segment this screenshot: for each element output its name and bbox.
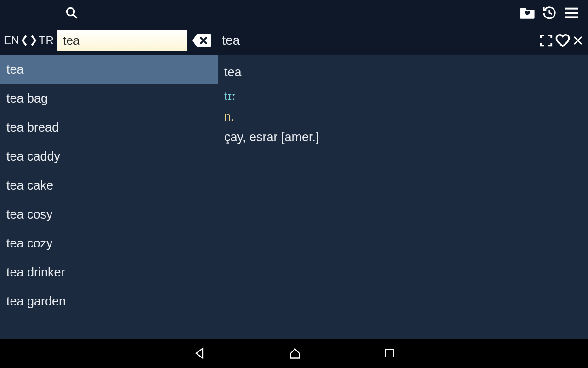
entry-word: tea — [224, 63, 582, 81]
suggestion-list[interactable]: teatea bagtea breadtea caddytea caketea … — [0, 55, 218, 339]
list-item[interactable]: tea bread — [0, 113, 218, 142]
list-item[interactable]: tea cozy — [0, 229, 218, 258]
nav-home-button[interactable] — [288, 347, 301, 360]
search-input[interactable] — [57, 30, 187, 51]
list-item[interactable]: tea garden — [0, 287, 218, 316]
entry-pronunciation: tɪː — [224, 88, 582, 105]
nav-back-button[interactable] — [193, 347, 206, 360]
entry-part-of-speech: n. — [224, 108, 582, 126]
definition-panel: tea tɪː n. çay, esrar [amer.] — [218, 55, 588, 339]
favorite-heart-icon[interactable] — [555, 34, 571, 47]
menu-icon[interactable] — [560, 2, 582, 24]
list-item[interactable]: tea — [0, 55, 218, 84]
content-area: teatea bagtea breadtea caddytea caketea … — [0, 55, 588, 339]
close-icon[interactable] — [572, 35, 583, 46]
nav-recent-button[interactable] — [384, 348, 395, 359]
svg-rect-9 — [386, 350, 393, 357]
favorites-folder-icon[interactable] — [516, 2, 538, 24]
list-item[interactable]: tea caddy — [0, 142, 218, 171]
search-bar: EN TR tea — [0, 26, 588, 55]
list-item[interactable]: tea bag — [0, 84, 218, 113]
current-word-header: tea — [222, 33, 240, 48]
list-item[interactable]: tea drinker — [0, 258, 218, 287]
svg-line-1 — [74, 15, 77, 18]
source-lang-label: EN — [4, 34, 19, 47]
fullscreen-icon[interactable] — [539, 34, 553, 47]
list-item[interactable]: tea cosy — [0, 200, 218, 229]
top-toolbar — [0, 0, 588, 26]
target-lang-label: TR — [39, 34, 54, 47]
list-item[interactable]: tea cake — [0, 171, 218, 200]
language-swap[interactable]: EN TR — [4, 34, 54, 47]
clear-input-button[interactable] — [190, 30, 214, 51]
chevron-left-icon — [20, 34, 28, 46]
svg-point-0 — [67, 8, 74, 15]
history-icon[interactable] — [538, 2, 560, 24]
system-nav-bar — [0, 339, 588, 368]
search-icon[interactable] — [61, 2, 83, 24]
chevron-right-icon — [29, 34, 38, 46]
entry-definition: çay, esrar [amer.] — [224, 128, 582, 146]
